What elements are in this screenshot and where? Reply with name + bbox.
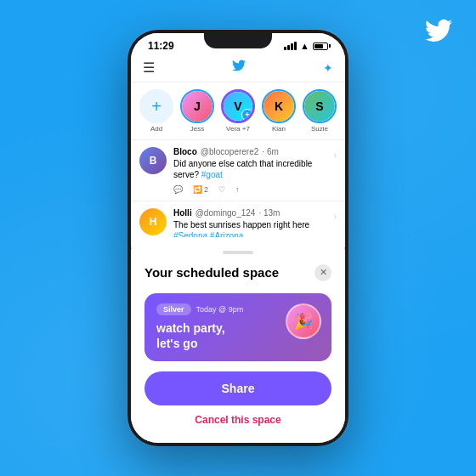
space-host-badge: Silver: [156, 303, 191, 315]
bloco-hashtag: #goat: [201, 170, 223, 179]
phone-notch: [204, 30, 272, 48]
holli-time: · 13m: [258, 208, 280, 218]
vera-avatar: V +: [221, 89, 255, 123]
space-host-avatar: 🎉: [286, 303, 321, 339]
kian-label: Kian: [272, 125, 286, 133]
status-icons: ▲: [284, 41, 328, 51]
vera-plus-badge: +: [241, 109, 253, 121]
bloco-handle: @blocoperere2: [201, 147, 259, 156]
signal-icon: [284, 42, 297, 50]
holli-avatar: H: [139, 208, 167, 235]
kian-avatar: K: [262, 89, 296, 123]
story-suzie[interactable]: S Suzie: [303, 89, 337, 133]
reply-action[interactable]: 💬: [173, 185, 183, 194]
chevron-right-icon: ›: [334, 150, 337, 160]
phone-screen: 11:29 ▲ ☰ ✦: [131, 33, 345, 443]
phone-shell: 11:29 ▲ ☰ ✦: [128, 30, 348, 446]
suzie-avatar: S: [303, 89, 337, 123]
sparkle-icon[interactable]: ✦: [323, 61, 333, 75]
bloco-name: Bloco: [173, 147, 197, 156]
sheet-drag-handle: [223, 251, 253, 254]
story-kian[interactable]: K Kian: [262, 89, 296, 133]
jess-label: Jess: [190, 125, 204, 133]
battery-icon: [313, 42, 328, 50]
bloco-avatar: B: [139, 147, 167, 174]
like-action[interactable]: ♡: [218, 185, 225, 194]
story-add[interactable]: + Add: [139, 89, 173, 133]
status-time: 11:29: [148, 40, 174, 52]
bloco-tweet-actions: 💬 🔁 2 ♡ ↑: [173, 185, 337, 194]
holli-tweet-header: Holli @domingo_124 · 13m: [173, 208, 337, 218]
retweet-action[interactable]: 🔁 2: [193, 185, 208, 194]
wifi-icon: ▲: [300, 41, 309, 51]
twitter-header: ☰ ✦: [131, 54, 345, 82]
stories-row: + Add J Jess V + Vera +7 K Kian: [131, 82, 345, 140]
sheet-overlay: Your scheduled space ✕ Silver Today @ 9p…: [131, 247, 345, 443]
bloco-time: · 6m: [262, 147, 278, 156]
holli-name: Holli: [173, 208, 192, 218]
add-story-avatar: +: [139, 89, 173, 123]
story-add-label: Add: [150, 125, 162, 133]
suzie-label: Suzie: [311, 125, 328, 133]
story-jess[interactable]: J Jess: [180, 89, 214, 133]
space-time: Today @ 9pm: [196, 305, 244, 314]
tweet-bloco[interactable]: B Bloco @blocoperere2 · 6m Did anyone el…: [131, 140, 345, 201]
jess-avatar: J: [180, 89, 214, 123]
vera-label: Vera +7: [226, 125, 250, 133]
chevron-right-icon-2: ›: [334, 212, 337, 221]
twitter-bird-icon: [230, 59, 247, 76]
share-action[interactable]: ↑: [235, 185, 240, 194]
share-button[interactable]: Share: [144, 371, 332, 405]
story-vera[interactable]: V + Vera +7: [221, 89, 255, 133]
bloco-tweet-content: Bloco @blocoperere2 · 6m Did anyone else…: [173, 147, 337, 194]
holli-handle: @domingo_124: [196, 208, 256, 218]
twitter-corner-logo: [425, 17, 452, 51]
hamburger-icon[interactable]: ☰: [143, 60, 155, 76]
sheet-title: Your scheduled space: [144, 265, 279, 280]
cancel-space-link[interactable]: Cancel this space: [144, 414, 332, 426]
sheet-close-button[interactable]: ✕: [314, 264, 332, 281]
space-card[interactable]: Silver Today @ 9pm watch party,let's go …: [144, 293, 332, 361]
sheet-header: Your scheduled space ✕: [144, 264, 332, 281]
bloco-tweet-text: Did anyone else catch that incredible se…: [173, 158, 337, 180]
bloco-tweet-header: Bloco @blocoperere2 · 6m: [173, 147, 337, 156]
bottom-sheet: Your scheduled space ✕ Silver Today @ 9p…: [131, 237, 345, 443]
